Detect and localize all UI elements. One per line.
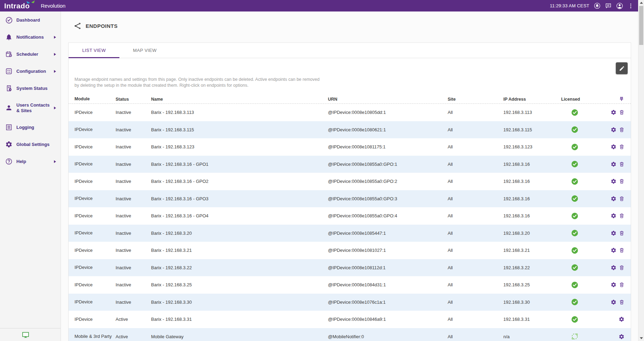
tab-map-view[interactable]: MAP VIEW — [119, 43, 170, 58]
endpoints-share-icon — [74, 22, 81, 30]
cell-module: IPDevice — [74, 110, 116, 115]
settings-icon[interactable] — [611, 109, 616, 115]
cell-status: Inactive — [116, 196, 151, 201]
settings-icon[interactable] — [611, 230, 616, 236]
settings-icon[interactable] — [619, 334, 625, 340]
delete-icon[interactable] — [619, 196, 625, 202]
logging-icon — [5, 124, 13, 131]
settings-icon[interactable] — [611, 127, 616, 133]
scroll-down-arrow[interactable] — [638, 335, 644, 341]
table-row[interactable]: IPDeviceInactiveBarix - 192.168.3.16 - G… — [69, 173, 631, 190]
delete-icon[interactable] — [619, 127, 625, 133]
settings-icon[interactable] — [611, 213, 616, 219]
cell-module: IPDevice — [74, 265, 116, 270]
cell-name: Barix - 192.168.3.16 - GPO4 — [151, 213, 328, 218]
sidebar: DashboardNotificationsSchedulerConfigura… — [0, 11, 61, 341]
sidebar-item-help[interactable]: Help — [0, 153, 61, 170]
settings-icon[interactable] — [611, 265, 616, 271]
sidebar-item-label: Logging — [16, 125, 39, 130]
delete-icon[interactable] — [619, 144, 625, 150]
cell-name: Barix - 192.168.3.16 - GPO2 — [151, 179, 328, 184]
scroll-up-arrow[interactable] — [638, 0, 644, 6]
sidebar-item-dashboard[interactable]: Dashboard — [0, 11, 61, 29]
table-row[interactable]: IPDeviceInactiveBarix - 192.168.3.16 - G… — [69, 156, 631, 173]
col-urn[interactable]: URN — [328, 97, 448, 102]
table-row[interactable]: IPDeviceActiveBarix - 192.168.3.31@IPDev… — [69, 311, 631, 328]
table-row[interactable]: IPDeviceInactiveBarix - 192.168.3.16 - G… — [69, 207, 631, 225]
cell-ip-address: 192.168.3.115 — [503, 127, 561, 132]
table-row[interactable]: IPDeviceInactiveBarix - 192.168.3.123@IP… — [69, 138, 631, 156]
chevron-right-icon — [54, 160, 56, 163]
settings-icon[interactable] — [611, 144, 616, 150]
table-row[interactable]: Mobile & 3rd PartyActiveMobile Gateway@M… — [69, 328, 631, 341]
cell-ip-address: 192.168.3.16 — [503, 213, 561, 218]
cell-name: Barix - 192.168.3.16 - GPO3 — [151, 196, 328, 201]
cell-name: Barix - 192.168.3.25 — [151, 282, 328, 287]
delete-icon[interactable] — [619, 109, 625, 115]
sidebar-item-logging[interactable]: Logging — [0, 119, 61, 136]
delete-icon[interactable] — [619, 247, 625, 253]
filter-icon[interactable] — [619, 96, 625, 102]
delete-icon[interactable] — [619, 265, 625, 271]
settings-icon[interactable] — [611, 299, 616, 305]
cell-urn: @IPDevice:0008e10855a0:GPO:4 — [328, 213, 448, 218]
table-row[interactable]: IPDeviceInactiveBarix - 192.168.3.20@IPD… — [69, 225, 631, 242]
cell-status: Inactive — [116, 231, 151, 236]
col-name[interactable]: Name — [151, 97, 328, 102]
settings-icon[interactable] — [611, 178, 616, 184]
cell-ip-address: 192.168.3.16 — [503, 196, 561, 201]
settings-icon[interactable] — [611, 196, 616, 202]
delete-icon[interactable] — [619, 299, 625, 305]
intrado-logo[interactable]: Intrado — [4, 1, 30, 11]
delete-icon[interactable] — [619, 213, 625, 219]
col-status[interactable]: Status — [116, 97, 151, 102]
table-row[interactable]: IPDeviceInactiveBarix - 192.168.3.21@IPD… — [69, 242, 631, 259]
col-licensed[interactable]: Licensed — [561, 97, 602, 102]
licensed-check-icon — [571, 247, 579, 254]
settings-icon[interactable] — [619, 316, 625, 322]
col-module[interactable]: Module — [74, 96, 116, 102]
table-row[interactable]: IPDeviceInactiveBarix - 192.168.3.30@IPD… — [69, 294, 631, 311]
delete-icon[interactable] — [619, 230, 625, 236]
gear-icon — [5, 141, 13, 148]
sidebar-item-configuration[interactable]: Configuration — [0, 63, 61, 80]
sidebar-item-scheduler[interactable]: Scheduler — [0, 46, 61, 63]
cell-status: Inactive — [116, 300, 151, 305]
col-site[interactable]: Site — [448, 97, 503, 102]
sidebar-item-global-settings[interactable]: Global Settings — [0, 136, 61, 153]
sidebar-item-label: Global Settings — [16, 142, 54, 147]
table-row[interactable]: IPDeviceInactiveBarix - 192.168.3.22@IPD… — [69, 259, 631, 277]
licensed-check-icon — [571, 178, 579, 185]
monitor-icon[interactable] — [22, 331, 30, 339]
more-menu-icon[interactable] — [628, 3, 634, 9]
sidebar-item-system-status[interactable]: System Status — [0, 80, 61, 97]
alarm-icon[interactable] — [594, 2, 600, 9]
cell-module: IPDevice — [74, 213, 116, 219]
account-icon[interactable] — [616, 2, 623, 9]
sidebar-item-users-contacts-sites[interactable]: Users Contacts & Sites — [0, 97, 61, 119]
cell-name: Barix - 192.168.3.115 — [151, 127, 328, 132]
licensed-check-icon — [571, 160, 579, 168]
delete-icon[interactable] — [619, 161, 625, 167]
cell-module: IPDevice — [74, 282, 116, 288]
edit-button[interactable] — [616, 62, 628, 74]
table-row[interactable]: IPDeviceInactiveBarix - 192.168.3.115@IP… — [69, 121, 631, 139]
settings-icon[interactable] — [611, 161, 616, 167]
scrollbar-thumb[interactable] — [639, 6, 643, 45]
help-icon — [5, 158, 13, 165]
settings-icon[interactable] — [611, 282, 616, 288]
cell-urn: @IPDevice:0008e1081175:1 — [328, 144, 448, 149]
sidebar-item-notifications[interactable]: Notifications — [0, 29, 61, 46]
delete-icon[interactable] — [619, 178, 625, 184]
tab-list-view[interactable]: LIST VIEW — [69, 43, 119, 58]
chat-icon[interactable] — [605, 2, 612, 9]
table-row[interactable]: IPDeviceInactiveBarix - 192.168.3.113@IP… — [69, 104, 631, 121]
delete-icon[interactable] — [619, 282, 625, 288]
licensed-check-icon — [571, 229, 579, 237]
table-row[interactable]: IPDeviceInactiveBarix - 192.168.3.25@IPD… — [69, 276, 631, 294]
cell-site: All — [448, 179, 503, 184]
settings-icon[interactable] — [611, 247, 616, 253]
cell-ip-address: 192.168.3.31 — [503, 317, 561, 322]
table-row[interactable]: IPDeviceInactiveBarix - 192.168.3.16 - G… — [69, 190, 631, 208]
col-ip-address[interactable]: IP Address — [503, 97, 561, 102]
